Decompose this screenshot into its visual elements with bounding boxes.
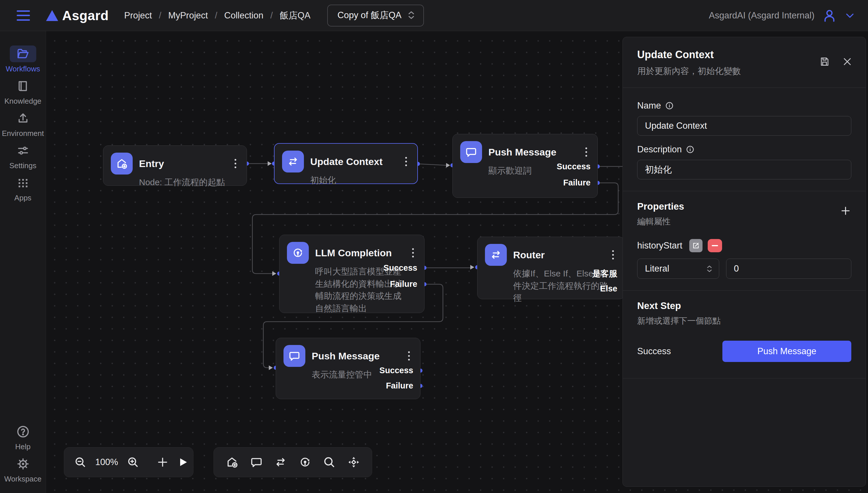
gear-icon (16, 457, 30, 471)
breadcrumb: Project / MyProject / Collection / 飯店QA (124, 9, 310, 22)
app-logo: Asgard (46, 8, 109, 23)
menu-icon[interactable] (17, 10, 30, 21)
book-icon (16, 80, 30, 93)
port-success[interactable]: Success (379, 366, 413, 375)
section-divider (623, 290, 866, 291)
node-menu-icon[interactable] (232, 157, 239, 170)
top-bar: Asgard Project / MyProject / Collection … (0, 0, 868, 31)
sidebar-item-apps[interactable]: Apps (0, 174, 46, 207)
node-title: Update Context (310, 156, 396, 167)
node-title: LLM Completion (315, 248, 403, 259)
property-value-input[interactable] (726, 259, 851, 279)
help-icon (16, 425, 30, 438)
port-success[interactable]: Success (383, 263, 417, 273)
node-title: Router (513, 250, 603, 261)
node-inspector-panel: Update Context 用於更新內容，初始化變數 Name Descrip… (623, 37, 866, 487)
palette-pan-icon[interactable] (347, 455, 360, 469)
name-label: Name (637, 101, 661, 111)
node-description: Node: 工作流程的起點 (139, 176, 239, 189)
node-title: Push Message (488, 147, 576, 158)
push-message-node-icon (284, 345, 305, 367)
node-menu-icon[interactable] (409, 246, 417, 259)
next-step-port-label: Success (637, 346, 671, 357)
node-menu-icon[interactable] (405, 349, 413, 362)
node-menu-icon[interactable] (402, 155, 410, 168)
add-property-icon[interactable] (840, 201, 851, 217)
description-label: Description (637, 144, 682, 155)
update-context-node-icon (282, 151, 304, 172)
sidebar-item-help[interactable]: Help (0, 423, 46, 455)
node-push-message-welcome[interactable]: Push Message 顯示歡迎詞 Success Failure (452, 134, 598, 198)
section-divider (623, 191, 866, 191)
port-failure[interactable]: Failure (386, 381, 413, 390)
sidebar-item-knowledge[interactable]: Knowledge (0, 78, 46, 110)
node-title: Entry (139, 158, 225, 169)
next-step-subtitle: 新增或選擇下一個節點 (637, 315, 721, 327)
node-palette-toolbar (214, 447, 372, 477)
next-step-target-button[interactable]: Push Message (722, 341, 851, 362)
node-description: 初始化 (310, 174, 410, 187)
sidebar-item-workflows[interactable]: Workflows (0, 45, 46, 78)
node-entry[interactable]: Entry Node: 工作流程的起點 (103, 145, 247, 186)
section-divider (623, 378, 866, 379)
run-workflow-icon[interactable] (177, 456, 189, 468)
name-input[interactable] (637, 116, 851, 136)
panel-subtitle: 用於更新內容，初始化變數 (637, 65, 741, 77)
edit-property-icon[interactable] (689, 239, 703, 252)
node-description: 呼叫大型語言模型並產生結構化的資料輸出以輔助流程的決策或生成自然語言輸出 (315, 265, 407, 315)
description-input[interactable] (637, 160, 851, 179)
sidebar-item-workspace[interactable]: Workspace (0, 455, 46, 488)
upload-icon (16, 112, 30, 125)
panel-title: Update Context (637, 49, 741, 61)
info-icon[interactable] (686, 145, 694, 154)
entry-node-icon (111, 153, 133, 174)
port-success[interactable]: Success (557, 162, 591, 171)
sidebar-item-settings[interactable]: Settings (0, 142, 46, 174)
property-type-select[interactable]: Literal (637, 259, 719, 279)
account-chevron-down-icon[interactable] (844, 12, 855, 19)
node-update-context[interactable]: Update Context 初始化 (274, 143, 418, 184)
zoom-out-icon[interactable] (74, 456, 87, 469)
node-push-message-throttle[interactable]: Push Message 表示流量控管中 Success Failure (276, 338, 421, 399)
logo-triangle-icon (46, 10, 58, 21)
palette-entry-icon[interactable] (225, 455, 239, 469)
info-icon[interactable] (665, 101, 674, 110)
port-failure[interactable]: Failure (390, 279, 417, 289)
node-llm-completion[interactable]: LLM Completion 呼叫大型語言模型並產生結構化的資料輸出以輔助流程的… (279, 235, 424, 313)
breadcrumb-myproject[interactable]: MyProject (169, 10, 208, 21)
account-label: AsgardAI (Asgard Internal) (709, 10, 815, 21)
palette-llm-icon[interactable] (298, 455, 312, 469)
node-menu-icon[interactable] (609, 249, 617, 261)
properties-subtitle: 編輯屬性 (637, 216, 684, 228)
close-icon[interactable] (842, 57, 852, 67)
palette-search-icon[interactable] (322, 455, 336, 469)
breadcrumb-project[interactable]: Project (124, 10, 152, 21)
breadcrumb-collection[interactable]: Collection (224, 10, 263, 21)
workflow-version-select[interactable]: Copy of 飯店QA (327, 5, 424, 26)
select-chevrons-icon (706, 265, 713, 273)
port-failure[interactable]: Failure (563, 178, 591, 188)
port-is-customer-service[interactable]: 是客服 (592, 268, 617, 280)
router-node-icon (485, 244, 507, 266)
node-menu-icon[interactable] (582, 146, 590, 158)
apps-grid-icon (16, 176, 30, 190)
folder-icon (16, 47, 30, 61)
port-else[interactable]: Else (600, 284, 617, 294)
breadcrumb-workflow[interactable]: 飯店QA (280, 9, 311, 22)
properties-title: Properties (637, 201, 684, 212)
save-icon[interactable] (819, 56, 830, 67)
add-node-icon[interactable] (157, 456, 169, 468)
node-router[interactable]: Router 依據If、Else If、Else條件決定工作流程執行的路徑 是客… (477, 237, 625, 299)
remove-property-icon[interactable] (708, 239, 722, 252)
zoom-in-icon[interactable] (127, 456, 139, 469)
brand-name: Asgard (62, 8, 109, 23)
select-chevrons-icon (408, 11, 415, 19)
palette-push-message-icon[interactable] (250, 455, 263, 469)
llm-node-icon (287, 242, 309, 264)
sliders-icon (16, 144, 30, 157)
push-message-node-icon (460, 141, 482, 163)
user-avatar-icon[interactable] (822, 8, 837, 23)
next-step-title: Next Step (637, 300, 721, 311)
sidebar-item-environment[interactable]: Environment (0, 110, 46, 142)
palette-router-icon[interactable] (274, 455, 287, 469)
